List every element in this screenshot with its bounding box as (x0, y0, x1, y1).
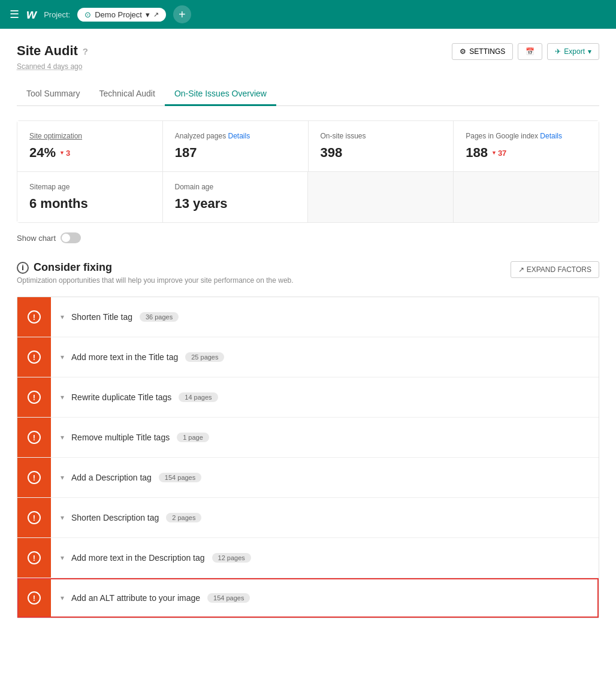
audit-item-icon-1: ! (17, 337, 51, 377)
stat-onsite-issues: On-site issues 398 (309, 121, 454, 172)
audit-item: ! ▾ Shorten Title tag 36 pages (17, 297, 599, 337)
stat-google-index: Pages in Google index Details 188 37 (454, 121, 599, 172)
audit-item: ! ▾ Remove multiple Title tags 1 page (17, 418, 599, 458)
scanned-text[interactable]: Scanned 4 days ago (17, 62, 599, 71)
stat-empty-2 (454, 172, 599, 222)
chevron-icon-7[interactable]: ▾ (61, 594, 64, 602)
export-button[interactable]: ✈ Export ▾ (547, 43, 599, 60)
audit-item-icon-2: ! (17, 377, 51, 417)
stat-label-optimization: Site optimization (29, 132, 150, 140)
stat-label-issues: On-site issues (321, 132, 442, 140)
title-group: Site Audit ? (17, 43, 88, 59)
stat-value-issues: 398 (321, 145, 442, 161)
audit-item-icon-6: ! (17, 538, 51, 578)
info-icon: i (17, 262, 29, 274)
stat-site-optimization: Site optimization 24% 3 (17, 121, 163, 172)
audit-item-label-7: Add an ALT attribute to your image (71, 593, 200, 603)
settings-icon: ⚙ (460, 47, 466, 56)
export-icon: ✈ (555, 47, 561, 56)
warning-icon-6: ! (28, 551, 41, 564)
tab-tool-summary[interactable]: Tool Summary (17, 83, 89, 106)
consider-fixing-section: i Consider fixing Optimization opportuni… (17, 261, 599, 618)
stat-label-google: Pages in Google index Details (466, 132, 587, 140)
chart-toggle[interactable] (61, 232, 81, 243)
stat-value-domain: 13 years (175, 196, 296, 211)
stat-value-optimization: 24% 3 (29, 145, 150, 161)
show-chart-label: Show chart (17, 234, 56, 243)
audit-list: ! ▾ Shorten Title tag 36 pages ! ▾ Add m… (17, 297, 599, 618)
audit-item-icon-5: ! (17, 498, 51, 537)
chevron-icon-0[interactable]: ▾ (61, 313, 64, 321)
audit-item-label-4: Add a Description tag (71, 473, 152, 482)
audit-item-badge-7: 154 pages (207, 593, 250, 603)
project-label: Project: (44, 10, 70, 19)
google-delta: 37 (491, 149, 506, 158)
stats-row-2: Sitemap age 6 months Domain age 13 years (17, 172, 599, 222)
audit-item-content-7: ▾ Add an ALT attribute to your image 154… (51, 582, 599, 614)
warning-icon-5: ! (28, 511, 41, 524)
warning-icon-3: ! (28, 431, 41, 444)
audit-item-highlighted: ! ▾ Add an ALT attribute to your image 1… (17, 578, 599, 618)
audit-item: ! ▾ Shorten Description tag 2 pages (17, 498, 599, 538)
audit-item-badge-0: 36 pages (140, 312, 179, 322)
chevron-down-icon: ▾ (146, 10, 150, 19)
audit-item: ! ▾ Add a Description tag 154 pages (17, 458, 599, 498)
stat-value-analyzed: 187 (175, 145, 296, 161)
hamburger-icon[interactable]: ☰ (10, 8, 19, 21)
chevron-icon-6[interactable]: ▾ (61, 554, 64, 562)
chevron-icon-3[interactable]: ▾ (61, 433, 64, 442)
stats-container: Site optimization 24% 3 Analyzed pages D… (17, 120, 599, 223)
audit-item-icon-4: ! (17, 458, 51, 497)
audit-item: ! ▾ Add more text in the Title tag 25 pa… (17, 337, 599, 377)
google-details-link[interactable]: Details (540, 132, 562, 140)
audit-item-icon-0: ! (17, 297, 51, 337)
add-project-button[interactable]: + (173, 5, 191, 23)
audit-item-content-3: ▾ Remove multiple Title tags 1 page (51, 422, 599, 453)
project-icon: ⊙ (84, 10, 91, 19)
header-actions: ⚙ SETTINGS 📅 ✈ Export ▾ (452, 43, 599, 60)
chevron-icon-1[interactable]: ▾ (61, 353, 64, 361)
audit-item-content-6: ▾ Add more text in the Description tag 1… (51, 542, 599, 573)
audit-item-badge-2: 14 pages (179, 392, 218, 402)
optimization-delta: 3 (59, 149, 70, 158)
audit-item-content-2: ▾ Rewrite duplicate Title tags 14 pages (51, 382, 599, 413)
calendar-button[interactable]: 📅 (518, 43, 542, 60)
main-content: Site Audit ? ⚙ SETTINGS 📅 ✈ Export ▾ Sca… (0, 29, 616, 692)
project-selector[interactable]: ⊙ Demo Project ▾ ↗ (77, 8, 166, 22)
tab-on-site-issues[interactable]: On-Site Issues Overview (165, 83, 276, 106)
chevron-icon-5[interactable]: ▾ (61, 513, 64, 522)
calendar-icon: 📅 (526, 47, 535, 56)
expand-factors-button[interactable]: ↗ EXPAND FACTORS (511, 261, 599, 278)
chevron-icon-4[interactable]: ▾ (61, 473, 64, 482)
audit-item-badge-4: 154 pages (159, 473, 201, 482)
stat-domain-age: Domain age 13 years (163, 172, 309, 222)
stat-label-sitemap: Sitemap age (29, 183, 150, 191)
analyzed-details-link[interactable]: Details (228, 132, 250, 140)
audit-item-badge-6: 12 pages (212, 553, 251, 563)
audit-item-content-0: ▾ Shorten Title tag 36 pages (51, 301, 599, 333)
tab-technical-audit[interactable]: Technical Audit (89, 83, 164, 106)
audit-item-badge-3: 1 page (177, 433, 209, 442)
logo: w (26, 7, 37, 22)
warning-icon-1: ! (28, 350, 41, 364)
stat-sitemap-age: Sitemap age 6 months (17, 172, 163, 222)
stat-label-domain: Domain age (175, 183, 296, 191)
stat-value-google: 188 37 (466, 145, 587, 161)
audit-item-icon-3: ! (17, 418, 51, 457)
external-link-icon: ↗ (153, 11, 159, 19)
consider-fixing-subtitle: Optimization opportunities that will hel… (17, 276, 294, 285)
settings-button[interactable]: ⚙ SETTINGS (452, 43, 513, 60)
help-icon[interactable]: ? (83, 46, 88, 56)
navbar: ☰ w Project: ⊙ Demo Project ▾ ↗ + (0, 0, 616, 29)
stat-analyzed-pages: Analyzed pages Details 187 (163, 121, 309, 172)
page-header: Site Audit ? ⚙ SETTINGS 📅 ✈ Export ▾ (17, 43, 599, 60)
audit-item-label-5: Shorten Description tag (71, 513, 159, 522)
stat-value-sitemap: 6 months (29, 196, 150, 211)
audit-item-label-6: Add more text in the Description tag (71, 553, 205, 563)
audit-item: ! ▾ Rewrite duplicate Title tags 14 page… (17, 377, 599, 418)
consider-fixing-title: i Consider fixing (17, 261, 294, 274)
audit-item-badge-1: 25 pages (185, 352, 224, 362)
tabs: Tool Summary Technical Audit On-Site Iss… (17, 83, 599, 106)
warning-icon-2: ! (28, 391, 41, 404)
chevron-icon-2[interactable]: ▾ (61, 393, 64, 401)
